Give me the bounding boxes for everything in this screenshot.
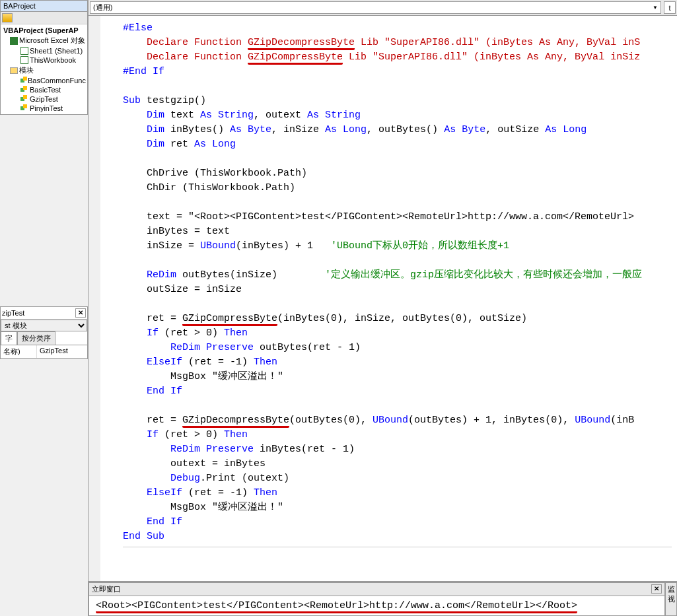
tree-root[interactable]: VBAProject (SuperAP [2, 26, 86, 35]
immediate-header: 立即窗口 ✕ [89, 583, 664, 596]
code-text: GZipCompressByte [248, 51, 343, 65]
code-text: As Long [545, 124, 587, 135]
project-toolbar [1, 12, 87, 24]
code-text: ReDim Preserve [123, 342, 254, 353]
sheet-icon [20, 56, 28, 64]
code-text: outBytes(inSize) [176, 269, 325, 281]
tree-module[interactable]: GzipTest [2, 94, 86, 104]
code-text: Lib "SuperAPI86.dll" (inBytes As Any, By… [343, 51, 640, 63]
tree-label: Sheet1 (Sheet1) [30, 47, 83, 55]
code-text: MsgBox "缓冲区溢出！" [123, 371, 283, 382]
module-icon [20, 77, 26, 85]
code-text: ChDrive (ThisWorkbook.Path) [123, 168, 307, 179]
code-text: inSize = [123, 240, 200, 252]
code-text: As String [307, 110, 361, 121]
tree-modules-folder[interactable]: 模块 [2, 65, 86, 76]
project-tree[interactable]: VBAProject (SuperAP Microsoft Excel 对象 S… [1, 24, 87, 114]
code-editor[interactable]: #Else Declare Function GZipDecompressByt… [89, 16, 677, 581]
code-text: , outBytes() [367, 124, 444, 135]
code-text: If [123, 429, 159, 440]
code-text: inBytes() [164, 124, 230, 135]
tree-root-label: VBAProject (SuperAP [3, 26, 79, 34]
prop-value[interactable]: GzipTest [37, 345, 71, 358]
code-text: UBound [200, 240, 236, 252]
code-text: #Else [123, 22, 153, 34]
folder-icon [10, 67, 18, 74]
immediate-window: 立即窗口 ✕ <Root><PIGContent>test</PIGConten… [89, 582, 665, 616]
project-explorer-title: BAProject [1, 1, 87, 12]
tree-module[interactable]: BasicTest [2, 85, 86, 94]
code-text: As Long [194, 139, 236, 150]
close-icon[interactable]: ✕ [651, 584, 662, 594]
code-text: outext = inBytes [123, 458, 266, 469]
code-text: As Byte [230, 124, 271, 135]
code-text: inBytes = text [123, 226, 230, 237]
code-text: , inSize [271, 124, 325, 135]
tree-label: BasicTest [30, 86, 61, 94]
tree-label: Microsoft Excel 对象 [19, 36, 85, 46]
tab-alphabetic[interactable]: 字 [1, 331, 17, 345]
code-text: GZipCompressByte [182, 313, 277, 326]
separator [123, 547, 672, 547]
combo-value: (通用) [93, 3, 112, 13]
code-text: (ret = -1) [182, 357, 254, 368]
code-text: (outBytes(0), [289, 415, 373, 426]
properties-object-combo[interactable]: st 模块 [1, 320, 87, 331]
code-text: Lib "SuperAPI86.dll" (inBytes As Any, By… [355, 37, 640, 48]
code-text: (inBytes(0), inSize, outBytes(0), outSiz… [277, 313, 527, 324]
code-text: ElseIf [123, 487, 182, 498]
code-text: As Long [325, 124, 367, 135]
property-row[interactable]: 名称) GzipTest [1, 345, 87, 359]
tree-module[interactable]: BasCommonFunc [2, 76, 86, 85]
code-text: End If [123, 386, 182, 397]
tree-label: 模块 [19, 65, 34, 75]
code-text: GZipDecompressByte [182, 415, 289, 428]
code-text: Then [224, 429, 248, 440]
tree-label: BasCommonFunc [28, 77, 86, 85]
code-text: outBytes(ret - 1) [254, 342, 361, 353]
properties-grid: 名称) GzipTest [1, 345, 87, 359]
tree-excel-objects[interactable]: Microsoft Excel 对象 [2, 35, 86, 46]
code-text: (ret > 0) [159, 327, 224, 339]
chevron-down-icon: ▼ [653, 5, 658, 11]
immediate-content[interactable]: <Root><PIGContent>test</PIGContent><Remo… [89, 596, 664, 615]
code-text: ReDim Preserve [123, 444, 254, 455]
code-text: (outBytes) + 1, inBytes(0), [408, 415, 575, 426]
code-text: Dim [123, 139, 164, 150]
tree-sheet1[interactable]: Sheet1 (Sheet1) [2, 46, 86, 55]
code-text: As Byte [444, 124, 485, 135]
code-text: If [123, 327, 159, 339]
properties-title: zipTest [2, 309, 75, 317]
tree-module[interactable]: PinyinTest [2, 104, 86, 113]
sheet-icon [20, 47, 28, 55]
tree-thisworkbook[interactable]: ThisWorkbook [2, 55, 86, 65]
watch-label: 监视 [668, 585, 675, 603]
left-panel: BAProject VBAProject (SuperAP Microsoft … [0, 0, 89, 616]
excel-icon [10, 37, 18, 45]
tab-categorized[interactable]: 按分类序 [17, 331, 55, 345]
code-header: (通用)▼ t [89, 0, 677, 16]
code-text: Then [224, 327, 248, 339]
code-text: UBound [373, 415, 408, 426]
properties-panel: zipTest ✕ st 模块 字 按分类序 名称) GzipTest [0, 306, 88, 359]
code-text: End If [123, 516, 182, 528]
procedure-combo[interactable]: t [664, 1, 676, 14]
module-icon [20, 86, 28, 94]
code-text: Dim [123, 110, 164, 121]
code-text: #End If [123, 66, 164, 77]
folder-icon[interactable] [2, 13, 13, 22]
watch-panel-stub[interactable]: 监视 [665, 582, 677, 616]
code-text: .Print (outext) [200, 473, 289, 484]
code-text: ret = [123, 415, 182, 426]
module-icon [20, 95, 28, 103]
code-text: End Sub [123, 531, 164, 542]
object-combo[interactable]: (通用)▼ [90, 1, 661, 14]
code-text: Declare Function [123, 37, 248, 48]
immediate-title: 立即窗口 [92, 584, 121, 594]
tree-label: ThisWorkbook [30, 56, 76, 64]
close-icon[interactable]: ✕ [75, 308, 86, 318]
right-panel: (通用)▼ t #Else Declare Function GZipDecom… [89, 0, 677, 616]
code-text: GZipDecompressByte [248, 37, 355, 50]
combo-value: t [668, 4, 670, 12]
code-text: ret [164, 139, 194, 150]
